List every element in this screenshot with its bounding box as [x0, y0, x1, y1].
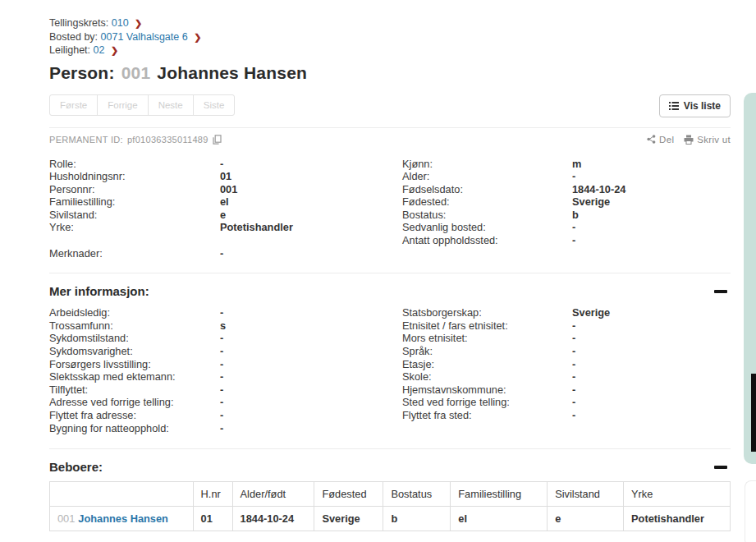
collapse-icon[interactable]: [714, 466, 727, 469]
field-value: -: [220, 332, 223, 345]
details-right-column: Kjønn:m Alder:- Fødselsdato:1844-10-24 F…: [390, 158, 731, 260]
more-info-section-header: Mer informasjon:: [49, 284, 731, 298]
field-label: Flyttet fra sted:: [402, 409, 572, 422]
field-value: Sverige: [572, 195, 610, 209]
permanent-id: PERMANENT ID: pf01036335011489: [49, 135, 222, 145]
field-row: Familiestilling:el: [49, 195, 390, 209]
breadcrumb: Tellingskrets: 010 Bosted by: 0071 Valha…: [49, 16, 731, 57]
field-row: Sykdomsvarighet:-: [49, 345, 390, 358]
field-value: -: [220, 396, 223, 409]
field-label: Sedvanlig bosted:: [402, 221, 572, 234]
share-icon: [647, 135, 656, 144]
field-row: Forsørgers livsstilling:-: [49, 358, 390, 371]
field-label: Språk:: [402, 345, 572, 358]
next-button[interactable]: Neste: [148, 94, 194, 116]
column-header-sivilstand: Sivilstand: [548, 482, 624, 507]
field-row: Bygning for natteopphold:-: [49, 422, 390, 435]
divider: [49, 127, 731, 128]
field-label: Sted ved forrige telling:: [402, 396, 572, 409]
field-label: Tilflyttet:: [49, 384, 220, 397]
field-row: Statsborgerskap:Sverige: [402, 306, 731, 319]
copy-icon[interactable]: [213, 135, 222, 145]
field-label: Fødselsdato:: [402, 183, 572, 196]
view-list-button[interactable]: Vis liste: [659, 94, 731, 117]
divider: [49, 273, 731, 273]
field-label: Slektsskap med ektemann:: [49, 370, 220, 384]
field-value: Potetishandler: [220, 221, 293, 234]
field-label: Sykdomstilstand:: [49, 332, 220, 345]
more-info-heading: Mer informasjon:: [49, 284, 149, 298]
field-row: Hjemstavnskommune:-: [402, 384, 731, 397]
field-row: Tilflyttet:-: [49, 384, 390, 397]
spacer: [49, 234, 390, 247]
field-label: Mors etnisitet:: [402, 332, 572, 345]
print-button[interactable]: Skriv ut: [684, 135, 731, 145]
breadcrumb-label: Bosted by:: [49, 31, 98, 43]
page-title-name: Johannes Hansen: [157, 63, 307, 82]
last-button[interactable]: Siste: [193, 94, 236, 116]
breadcrumb-leilighet: Leilighet: 02: [49, 44, 731, 57]
field-row-merknader: Merknader:-: [49, 247, 390, 260]
field-label: Fødested:: [402, 195, 572, 209]
breadcrumb-link-leilighet[interactable]: 02: [94, 44, 105, 56]
field-label: Kjønn:: [402, 158, 572, 171]
breadcrumb-link-bosted[interactable]: 0071 Valhalsgate 6: [101, 31, 188, 43]
share-button[interactable]: Del: [647, 135, 674, 145]
field-row: Språk:-: [402, 345, 731, 358]
column-header-yrke: Yrke: [624, 482, 731, 507]
field-label: Etnisitet / fars etnisitet:: [402, 319, 572, 333]
previous-button[interactable]: Forrige: [97, 94, 148, 116]
resident-sivilstand-cell: e: [548, 507, 624, 531]
field-row: Kjønn:m: [402, 158, 731, 171]
field-value: -: [572, 332, 575, 345]
field-value: -: [220, 158, 223, 171]
breadcrumb-label: Leilighet:: [49, 44, 90, 56]
column-header-fodested: Fødested: [314, 482, 383, 507]
view-list-label: Vis liste: [684, 100, 721, 112]
field-row: Sedvanlig bosted:-: [402, 221, 731, 234]
table-row: 001Johannes Hansen 01 1844-10-24 Sverige…: [50, 507, 731, 531]
field-label: Rolle:: [49, 158, 220, 171]
field-label: Bygning for natteopphold:: [49, 422, 220, 435]
first-button[interactable]: Første: [49, 94, 98, 116]
field-label: Skole:: [402, 370, 572, 384]
residents-table: H.nr Alder/født Fødested Bostatus Famili…: [49, 481, 731, 531]
field-row: Adresse ved forrige telling:-: [49, 396, 390, 409]
field-value: m: [572, 158, 581, 171]
permanent-id-label: PERMANENT ID:: [49, 135, 123, 145]
breadcrumb-link-tellingskrets[interactable]: 010: [112, 17, 129, 29]
field-value: 1844-10-24: [572, 183, 625, 196]
more-info-fields: Arbeidsledig:- Trossamfunn:s Sykdomstils…: [49, 306, 731, 434]
field-label: Adresse ved forrige telling:: [49, 396, 220, 409]
field-label: Merknader:: [49, 247, 220, 260]
field-row: Antatt oppholdssted:-: [402, 234, 731, 247]
field-row: Skole:-: [402, 370, 731, 384]
field-value: Sverige: [572, 306, 610, 319]
field-label: Personnr:: [49, 183, 220, 196]
resident-bostatus-cell: b: [383, 507, 451, 531]
field-value: -: [572, 396, 575, 409]
collapse-icon[interactable]: [714, 290, 727, 293]
field-row: Fødested:Sverige: [402, 195, 731, 209]
field-value: -: [572, 358, 575, 371]
field-label: Sivilstand:: [49, 209, 220, 222]
field-label: Trossamfunn:: [49, 319, 220, 333]
side-panel-dark-bar: [751, 374, 756, 452]
details-left-column: Rolle:- Husholdningsnr:01 Personnr:001 F…: [49, 158, 390, 260]
resident-fodested-cell: Sverige: [314, 507, 383, 531]
field-value: -: [220, 422, 223, 435]
field-value: -: [572, 221, 575, 234]
field-label: Alder:: [402, 170, 572, 183]
resident-alder-cell: 1844-10-24: [232, 507, 314, 531]
feedback-side-panel[interactable]: [744, 93, 756, 464]
field-value: -: [572, 370, 575, 384]
breadcrumb-bosted: Bosted by: 0071 Valhalsgate 6: [49, 30, 731, 44]
field-row: Alder:-: [402, 170, 731, 183]
field-row: Trossamfunn:s: [49, 319, 390, 333]
resident-name-link[interactable]: Johannes Hansen: [78, 512, 168, 525]
resident-familiestilling-cell: el: [451, 507, 548, 531]
field-row: Fødselsdato:1844-10-24: [402, 183, 731, 196]
field-value: e: [220, 209, 226, 222]
resident-yrke-cell: Potetishandler: [624, 507, 731, 531]
field-row: Sted ved forrige telling:-: [402, 396, 731, 409]
